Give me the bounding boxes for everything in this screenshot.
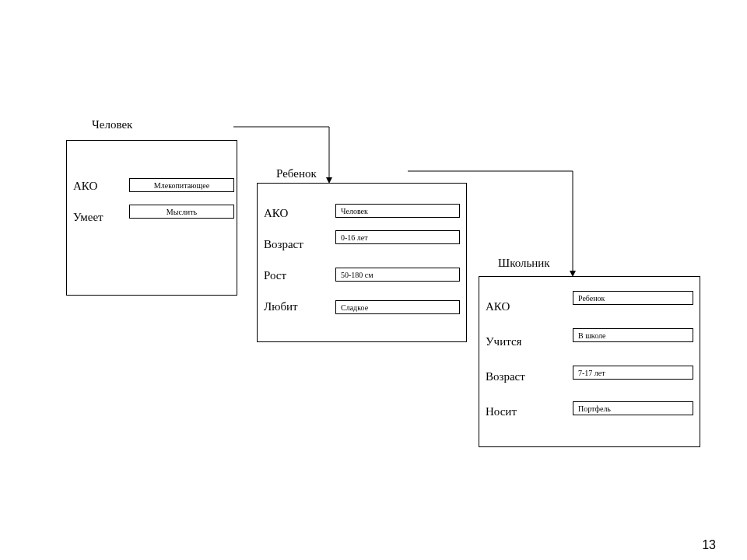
value-text: Человек <box>341 207 368 215</box>
value-text: В школе <box>578 331 606 340</box>
diagram-stage: Человек АКО Млекопитающее Умеет Мыслить … <box>0 0 747 560</box>
value-box: 0-16 лет <box>335 230 460 244</box>
frame-title-child: Ребенок <box>276 167 317 180</box>
value-text: Млекопитающее <box>154 181 209 190</box>
frame-person: АКО Млекопитающее Умеет Мыслить <box>66 140 237 296</box>
row-label: АКО <box>486 300 510 313</box>
value-text: Ребенок <box>578 294 605 303</box>
row-label: Любит <box>264 300 298 313</box>
value-text: Мыслить <box>167 208 197 216</box>
frame-title-pupil: Школьник <box>498 257 550 270</box>
value-box: Сладкое <box>335 300 460 314</box>
value-text: 0-16 лет <box>341 233 368 242</box>
value-box: 50-180 см <box>335 268 460 282</box>
value-text: Сладкое <box>341 303 368 312</box>
value-box: Ребенок <box>573 291 693 305</box>
value-box: В школе <box>573 328 693 342</box>
row-label: АКО <box>73 180 97 193</box>
frame-title-person: Человек <box>92 118 132 131</box>
value-box: Млекопитающее <box>129 178 234 192</box>
frame-child: АКО Человек Возраст 0-16 лет Рост 50-180… <box>257 183 467 342</box>
value-box: 7-17 лет <box>573 366 693 380</box>
row-label: Возраст <box>264 238 303 251</box>
page-number: 13 <box>702 538 716 552</box>
row-label: АКО <box>264 207 288 220</box>
value-text: 7-17 лет <box>578 369 605 377</box>
frame-pupil: АКО Ребенок Учится В школе Возраст 7-17 … <box>479 276 700 447</box>
row-label: Возраст <box>486 370 525 383</box>
row-label: Носит <box>486 405 517 418</box>
value-text: Портфель <box>578 404 611 413</box>
value-box: Портфель <box>573 401 693 415</box>
row-label: Рост <box>264 269 286 282</box>
value-box: Человек <box>335 204 460 218</box>
row-label: Учится <box>486 335 522 348</box>
row-label: Умеет <box>73 211 103 224</box>
value-box: Мыслить <box>129 205 234 219</box>
value-text: 50-180 см <box>341 271 374 279</box>
